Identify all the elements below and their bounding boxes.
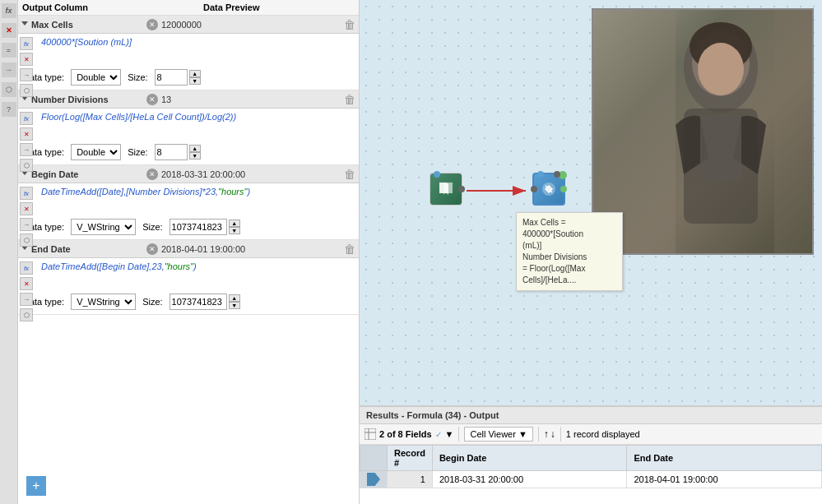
size-label-end-date: Size: <box>142 297 162 307</box>
arrow-btn-end-date[interactable]: → <box>20 293 33 306</box>
size-up-begin-date[interactable]: ▲ <box>229 220 240 227</box>
size-input-number-divisions[interactable] <box>155 144 188 160</box>
formula-content-number-divisions: Floor(Log([Max Cells]/[HeLa Cell Count])… <box>41 112 236 122</box>
datatype-select-begin-date[interactable]: V_WString <box>71 219 136 235</box>
table-row: 1 2018-03-31 20:00:00 2018-04-01 19:00:0… <box>360 471 822 488</box>
preview-number-divisions: 13 <box>161 95 344 104</box>
clear-number-divisions[interactable]: ✕ <box>146 94 158 105</box>
expand-max-cells[interactable] <box>21 21 28 29</box>
copy-btn-max-cells[interactable]: ⬡ <box>20 84 33 97</box>
formula-content-begin-date: DateTimeAdd([Date],[Number Divisions]*23… <box>41 187 250 197</box>
col-header-selector <box>360 446 388 471</box>
expand-begin-date[interactable] <box>21 171 28 178</box>
tooltip-line-4: Number Divisions <box>522 252 616 263</box>
datatype-row-max-cells: Data type: Double Size: ▲ ▼ <box>18 67 359 90</box>
size-label-begin-date: Size: <box>142 222 162 232</box>
field-name-begin-date: Begin Date <box>31 169 146 179</box>
expand-number-divisions[interactable] <box>21 96 28 104</box>
record-count-label: 1 record displayed <box>566 429 640 439</box>
preview-max-cells: 12000000 <box>161 20 344 30</box>
tooltip-line-6: Cells]/[HeLa.... <box>522 275 616 286</box>
arrow-btn-number-divisions[interactable]: → <box>20 143 33 156</box>
fx-btn-max-cells[interactable]: fx <box>20 37 33 50</box>
size-down-max-cells[interactable]: ▼ <box>189 77 201 85</box>
sidebar-icon-arrow[interactable]: → <box>2 62 16 77</box>
field-row-end-date: End Date ✕ 2018-04-01 19:00:00 🗑 <box>18 240 359 258</box>
fx-btn-number-divisions[interactable]: fx <box>20 112 33 125</box>
fx-btn-begin-date[interactable]: fx <box>20 187 33 200</box>
x-btn-end-date[interactable]: ✕ <box>20 277 33 290</box>
formula-content-end-date: DateTimeAdd([Begin Date],23,"hours") <box>41 261 197 271</box>
node-2-top-connector <box>554 171 560 178</box>
flow-node-1[interactable] <box>430 173 462 206</box>
dropdown-arrow-fields[interactable]: ▼ <box>445 429 454 439</box>
flow-node-2[interactable] <box>532 173 565 206</box>
size-down-begin-date[interactable]: ▼ <box>229 227 240 234</box>
delete-max-cells[interactable]: 🗑 <box>344 18 355 31</box>
x-btn-begin-date[interactable]: ✕ <box>20 202 33 215</box>
nav-up-icon[interactable]: ↑ <box>544 428 549 440</box>
arrow-btn-begin-date[interactable]: → <box>20 218 33 231</box>
copy-btn-begin-date[interactable]: ⬡ <box>20 234 33 247</box>
sidebar-icon-fx[interactable]: fx <box>2 3 16 18</box>
field-name-number-divisions: Number Divisions <box>31 95 146 104</box>
datatype-select-number-divisions[interactable]: Double <box>71 144 121 160</box>
datatype-row-number-divisions: Data type: Double Size: ▲ ▼ <box>18 141 359 164</box>
nav-controls: ↑ ↓ <box>544 428 555 440</box>
cell-viewer-dropdown[interactable]: Cell Viewer ▼ <box>464 427 532 442</box>
size-input-max-cells[interactable] <box>155 69 188 86</box>
sidebar-icon-hex[interactable]: ⬡ <box>2 82 16 97</box>
field-block-max-cells: Max Cells ✕ 12000000 🗑 fx ✕ → ⬡ 400000*[… <box>18 16 359 90</box>
node-icon-formula[interactable] <box>532 173 565 206</box>
record-indicator-1 <box>367 473 380 486</box>
copy-btn-number-divisions[interactable]: ⬡ <box>20 159 33 172</box>
arrow-btn-max-cells[interactable]: → <box>20 68 33 81</box>
size-label-max-cells: Size: <box>128 72 147 82</box>
x-btn-max-cells[interactable]: ✕ <box>20 53 33 66</box>
datatype-select-max-cells[interactable]: Double <box>71 69 121 86</box>
delete-begin-date[interactable]: 🗑 <box>344 168 355 181</box>
nav-down-icon[interactable]: ↓ <box>550 428 555 440</box>
sidebar-icon-help[interactable]: ? <box>2 102 16 117</box>
sidebar-icon-equals[interactable]: = <box>2 43 16 58</box>
sidebar-icon-x[interactable]: ✕ <box>2 23 16 38</box>
size-down-end-date[interactable]: ▼ <box>229 302 240 309</box>
fields-scroll-area: Max Cells ✕ 12000000 🗑 fx ✕ → ⬡ 400000*[… <box>18 16 359 468</box>
col-header-output: Output Column <box>22 2 154 12</box>
size-up-end-date[interactable]: ▲ <box>229 294 240 302</box>
fx-btn-end-date[interactable]: fx <box>20 261 33 275</box>
x-btn-number-divisions[interactable]: ✕ <box>20 127 33 141</box>
field-row-begin-date: Begin Date ✕ 2018-03-31 20:00:00 🗑 <box>18 165 359 183</box>
datatype-select-end-date[interactable]: V_WString <box>71 294 136 310</box>
results-header-row: Record # Begin Date End Date <box>360 446 822 471</box>
size-spinner-begin-date: ▲ ▼ <box>170 219 240 235</box>
size-down-number-divisions[interactable]: ▼ <box>189 152 201 160</box>
col-header-record: Record # <box>388 446 433 471</box>
node-icon-book[interactable] <box>430 173 462 206</box>
formula-area-begin-date: fx ✕ → ⬡ DateTimeAdd([Date],[Number Divi… <box>18 183 359 216</box>
size-input-begin-date[interactable] <box>170 219 227 235</box>
size-spinner-number-divisions: ▲ ▼ <box>155 144 201 160</box>
expand-end-date[interactable] <box>21 246 28 253</box>
row-selector-1[interactable] <box>360 471 388 488</box>
field-block-begin-date: Begin Date ✕ 2018-03-31 20:00:00 🗑 fx ✕ … <box>18 165 359 240</box>
size-up-max-cells[interactable]: ▲ <box>189 70 201 77</box>
node-indicator-1 <box>434 171 440 178</box>
col-header-end-date: End Date <box>627 446 822 471</box>
delete-number-divisions[interactable]: 🗑 <box>344 93 355 106</box>
preview-end-date: 2018-04-01 19:00:00 <box>161 244 344 254</box>
delete-end-date[interactable]: 🗑 <box>344 243 355 256</box>
size-up-number-divisions[interactable]: ▲ <box>189 145 201 152</box>
node-2-left-connector <box>531 186 537 192</box>
add-field-button[interactable]: + <box>26 476 46 496</box>
tooltip-line-5: = Floor(Log([Max <box>522 263 616 275</box>
clear-end-date[interactable]: ✕ <box>146 243 158 255</box>
results-header: Results - Formula (34) - Output <box>360 407 822 424</box>
spinner-btns-max-cells: ▲ ▼ <box>189 70 201 85</box>
field-block-number-divisions: Number Divisions ✕ 13 🗑 fx ✕ → ⬡ Floor(L… <box>18 90 359 165</box>
cell-viewer-label: Cell Viewer <box>470 429 515 439</box>
size-input-end-date[interactable] <box>170 294 227 310</box>
clear-max-cells[interactable]: ✕ <box>146 19 158 30</box>
copy-btn-end-date[interactable]: ⬡ <box>20 308 33 321</box>
clear-begin-date[interactable]: ✕ <box>146 169 158 180</box>
